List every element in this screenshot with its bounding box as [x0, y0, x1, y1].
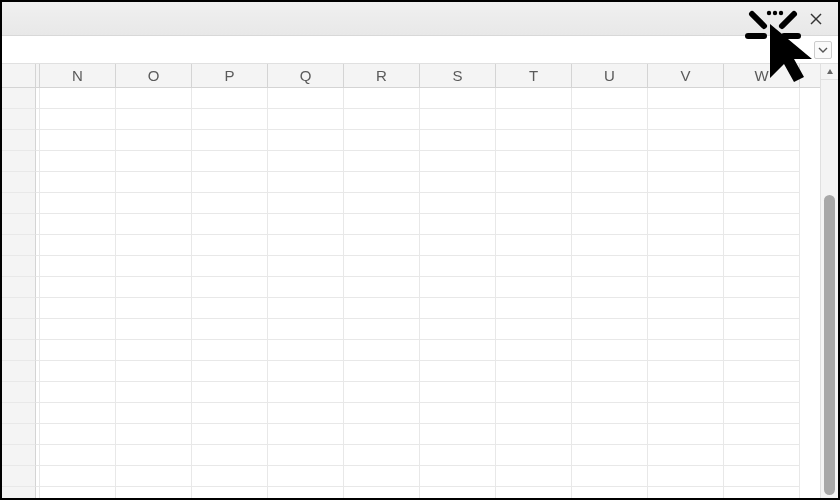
cell[interactable]: [648, 277, 724, 298]
cell[interactable]: [192, 193, 268, 214]
cell[interactable]: [572, 403, 648, 424]
column-header[interactable]: O: [116, 64, 192, 87]
cell[interactable]: [192, 130, 268, 151]
cell[interactable]: [116, 151, 192, 172]
cell[interactable]: [724, 340, 800, 361]
cell[interactable]: [344, 151, 420, 172]
cell[interactable]: [724, 130, 800, 151]
cell[interactable]: [268, 466, 344, 487]
row-header[interactable]: [2, 298, 36, 319]
cell[interactable]: [268, 214, 344, 235]
cell[interactable]: [40, 151, 116, 172]
cell[interactable]: [40, 466, 116, 487]
cell[interactable]: [496, 382, 572, 403]
cell[interactable]: [724, 214, 800, 235]
cell[interactable]: [724, 193, 800, 214]
cell[interactable]: [268, 256, 344, 277]
cell[interactable]: [40, 361, 116, 382]
cell[interactable]: [268, 109, 344, 130]
cell[interactable]: [40, 88, 116, 109]
row-header[interactable]: [2, 172, 36, 193]
cell[interactable]: [496, 130, 572, 151]
cell[interactable]: [420, 319, 496, 340]
cell[interactable]: [116, 487, 192, 498]
cell[interactable]: [496, 361, 572, 382]
cell[interactable]: [648, 361, 724, 382]
cell[interactable]: [496, 109, 572, 130]
cell[interactable]: [496, 214, 572, 235]
cell[interactable]: [268, 193, 344, 214]
cell[interactable]: [572, 193, 648, 214]
cell[interactable]: [496, 256, 572, 277]
cell[interactable]: [496, 466, 572, 487]
cell[interactable]: [420, 130, 496, 151]
cell[interactable]: [192, 319, 268, 340]
cell[interactable]: [648, 319, 724, 340]
cell[interactable]: [344, 256, 420, 277]
cell[interactable]: [116, 277, 192, 298]
row-header[interactable]: [2, 424, 36, 445]
cell[interactable]: [420, 151, 496, 172]
cell[interactable]: [116, 361, 192, 382]
cell[interactable]: [724, 319, 800, 340]
scroll-thumb[interactable]: [824, 195, 835, 495]
cell[interactable]: [724, 298, 800, 319]
cell[interactable]: [572, 256, 648, 277]
cell[interactable]: [40, 256, 116, 277]
cell[interactable]: [344, 382, 420, 403]
cell[interactable]: [192, 235, 268, 256]
cell[interactable]: [40, 277, 116, 298]
cell[interactable]: [40, 214, 116, 235]
cell[interactable]: [420, 109, 496, 130]
cell[interactable]: [496, 235, 572, 256]
cell[interactable]: [40, 487, 116, 498]
column-header[interactable]: R: [344, 64, 420, 87]
cell[interactable]: [648, 256, 724, 277]
cell[interactable]: [40, 235, 116, 256]
cell[interactable]: [40, 403, 116, 424]
cell[interactable]: [344, 235, 420, 256]
cell[interactable]: [496, 88, 572, 109]
cell[interactable]: [268, 277, 344, 298]
cell[interactable]: [420, 382, 496, 403]
cell[interactable]: [344, 487, 420, 498]
cell[interactable]: [496, 403, 572, 424]
cell[interactable]: [192, 382, 268, 403]
cell[interactable]: [572, 319, 648, 340]
cell[interactable]: [116, 382, 192, 403]
cell[interactable]: [572, 361, 648, 382]
cell[interactable]: [496, 445, 572, 466]
cell[interactable]: [496, 340, 572, 361]
cell[interactable]: [648, 151, 724, 172]
cell[interactable]: [420, 298, 496, 319]
cell[interactable]: [192, 445, 268, 466]
cell[interactable]: [724, 487, 800, 498]
column-header[interactable]: V: [648, 64, 724, 87]
cell[interactable]: [724, 109, 800, 130]
cell[interactable]: [496, 193, 572, 214]
cell[interactable]: [192, 277, 268, 298]
cell[interactable]: [420, 466, 496, 487]
column-header[interactable]: U: [572, 64, 648, 87]
row-header[interactable]: [2, 487, 36, 498]
vertical-scrollbar[interactable]: [820, 64, 838, 498]
cell[interactable]: [192, 172, 268, 193]
cell[interactable]: [344, 214, 420, 235]
row-header[interactable]: [2, 319, 36, 340]
row-header[interactable]: [2, 88, 36, 109]
cell[interactable]: [648, 109, 724, 130]
cell[interactable]: [420, 214, 496, 235]
cell[interactable]: [192, 424, 268, 445]
cell[interactable]: [116, 340, 192, 361]
cell[interactable]: [572, 487, 648, 498]
cell[interactable]: [344, 361, 420, 382]
cell[interactable]: [496, 277, 572, 298]
cell[interactable]: [724, 151, 800, 172]
cell[interactable]: [268, 382, 344, 403]
cell[interactable]: [572, 88, 648, 109]
cell[interactable]: [268, 445, 344, 466]
cell[interactable]: [116, 445, 192, 466]
cell[interactable]: [344, 466, 420, 487]
column-header[interactable]: P: [192, 64, 268, 87]
cell[interactable]: [40, 424, 116, 445]
